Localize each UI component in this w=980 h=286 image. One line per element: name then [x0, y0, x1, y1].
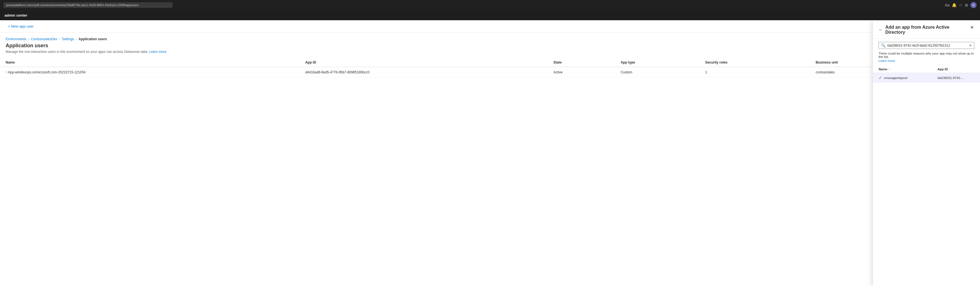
col-header-state: State [548, 58, 615, 67]
table-row: # App-wrkdevops.onmicrosoft.com-20210715… [0, 67, 980, 77]
breadcrumb: Environments › ContososalesDev › Setting… [6, 37, 974, 41]
panel-col-appid-label: App ID [937, 68, 948, 71]
panel-col-name-sort[interactable]: Name ↑ [878, 68, 926, 71]
panel-learn-more-link[interactable]: Learn more [878, 59, 974, 62]
add-app-panel: ← Add an app from Azure Active Directory… [873, 20, 980, 286]
app-title: admin center [5, 13, 27, 17]
breadcrumb-environments[interactable]: Environments [6, 37, 26, 41]
panel-col-header-name[interactable]: Name ↑ [873, 66, 932, 73]
breadcrumb-sep-2: › [59, 37, 60, 41]
search-icon: 🔍 [881, 43, 886, 47]
cell-state: Active [548, 67, 615, 77]
breadcrumb-sep-1: › [28, 37, 29, 41]
content-area: + New app user Environments › Contososal… [0, 20, 980, 286]
page-title: Application users [6, 43, 974, 49]
cell-security: 1 [700, 67, 810, 77]
cell-apptype: Custom [615, 67, 700, 77]
user-avatar[interactable]: U [970, 2, 977, 8]
page-learn-more-link[interactable]: Learn more [149, 50, 166, 54]
new-app-user-button[interactable]: + New app user [6, 23, 36, 30]
main-page: + New app user Environments › Contososal… [0, 20, 980, 286]
app-container: admin center + New app user Environments… [0, 10, 980, 286]
panel-notice-text: There could be multiple reasons why your… [878, 52, 974, 58]
cell-name: # App-wrkdevops.onmicrosoft.com-20210715… [0, 67, 299, 77]
browser-icon-star: ☆ [959, 3, 963, 7]
panel-col-header-appid: App ID [932, 66, 980, 73]
panel-search-container: 🔍 ✕ [873, 38, 980, 49]
panel-search-input[interactable] [887, 44, 967, 47]
panel-cell-appid: 0a038031-9742-... [932, 73, 980, 83]
panel-table-header: Name ↑ App ID [873, 66, 980, 73]
panel-notice: There could be multiple reasons why your… [873, 49, 980, 62]
col-header-name: Name [0, 58, 299, 67]
top-nav: admin center [0, 10, 980, 20]
panel-cell-name: ✓ vmssagentspool [873, 73, 932, 83]
breadcrumb-contoso[interactable]: ContososalesDev [31, 37, 57, 41]
panel-col-name-label: Name [878, 68, 887, 71]
panel-header: ← Add an app from Azure Active Directory… [873, 20, 980, 38]
browser-icons: Aa 🔔 ☆ ⊞ U [945, 2, 977, 8]
table-header-row: Name App ID State App type Security role… [0, 58, 980, 67]
col-header-apptype: App type [615, 58, 700, 67]
breadcrumb-sep-3: › [76, 37, 77, 41]
page-description: Manage the non-interactive users in this… [6, 50, 974, 54]
browser-icon-bell: 🔔 [952, 3, 957, 7]
breadcrumb-current: Application users [79, 37, 107, 41]
selected-check-icon: ✓ [878, 75, 882, 81]
page-description-text: Manage the non-interactive users in this… [6, 50, 148, 54]
panel-back-button[interactable]: ← [878, 28, 883, 32]
cell-appid: d4416ad8-8ed5-4776-95b7-80985180bcc0 [299, 67, 548, 77]
search-clear-button[interactable]: ✕ [969, 44, 972, 47]
col-header-appid: App ID [299, 58, 548, 67]
panel-cell-name-text: vmssagentspool [884, 76, 907, 80]
panel-search-box: 🔍 ✕ [878, 42, 974, 49]
panel-title-row: ← Add an app from Azure Active Directory [878, 25, 969, 35]
app-users-table: Name App ID State App type Security role… [0, 58, 980, 77]
sort-indicator: ↑ [888, 68, 890, 71]
panel-results-table: Name ↑ App ID ✓ vmssagentspool [873, 66, 980, 83]
cell-name-text: App-wrkdevops.onmicrosoft.com-20210715-1… [7, 70, 86, 74]
browser-url: powerplatform.microsoft.com/environments… [3, 2, 172, 8]
panel-table-row[interactable]: ✓ vmssagentspool 0a038031-9742-... [873, 73, 980, 83]
toolbar: + New app user [0, 20, 980, 33]
browser-chrome: powerplatform.microsoft.com/environments… [0, 0, 980, 10]
new-app-user-label: + New app user [8, 24, 33, 28]
breadcrumb-settings[interactable]: Settings [62, 37, 74, 41]
col-header-security: Security roles [700, 58, 810, 67]
browser-icon-windows: ⊞ [965, 3, 968, 7]
page-header: Environments › ContososalesDev › Setting… [0, 33, 980, 56]
browser-icon-aa: Aa [945, 3, 950, 7]
panel-results: Name ↑ App ID ✓ vmssagentspool [873, 62, 980, 286]
panel-title: Add an app from Azure Active Directory [885, 25, 969, 35]
panel-close-button[interactable]: ✕ [969, 25, 975, 30]
